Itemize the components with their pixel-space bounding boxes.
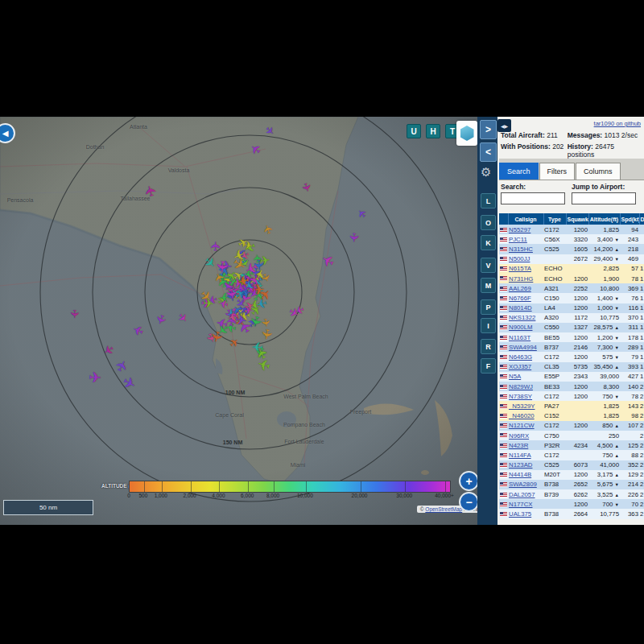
callsign-cell[interactable]: N500JJ bbox=[508, 254, 543, 264]
aircraft-row-N5329Y[interactable]: _N5329YPA271,8251432 bbox=[499, 401, 644, 411]
settings-gear-icon[interactable]: ⚙ bbox=[481, 165, 491, 180]
layer-button-p[interactable]: P bbox=[481, 299, 496, 315]
layer-button-k[interactable]: K bbox=[481, 235, 496, 250]
aircraft-row-N615TA[interactable]: N615TAECHO2,825571 bbox=[499, 264, 644, 274]
aircraft-row-N8014D[interactable]: N8014DLA412001,000 ▼1161 bbox=[499, 303, 644, 313]
tab-columns[interactable]: Columns bbox=[576, 163, 621, 180]
callsign-cell[interactable]: _N46020 bbox=[508, 411, 543, 421]
callsign-cell[interactable]: N177CX bbox=[508, 499, 543, 509]
callsign-cell[interactable]: SWA2809 bbox=[508, 480, 543, 489]
callsign-cell[interactable]: AAL269 bbox=[508, 283, 543, 293]
aircraft-row-AAL269[interactable]: AAL269A321225210,8003691 bbox=[499, 283, 644, 293]
callsign-cell[interactable]: XOJ357 bbox=[508, 362, 543, 372]
callsign-cell[interactable]: UAL375 bbox=[508, 509, 543, 518]
aircraft-row-SWA4994[interactable]: SWA4994B73721467,300 ▼2891 bbox=[499, 342, 644, 352]
panel-expand-button[interactable]: > bbox=[480, 120, 497, 139]
aircraft-row-N121CW[interactable]: N121CWC1721200850 ▲1072 bbox=[499, 421, 644, 431]
callsign-cell[interactable]: N123AD bbox=[508, 460, 543, 470]
aircraft-icon[interactable]: ✈ bbox=[89, 370, 101, 386]
layer-button-m[interactable]: M bbox=[481, 278, 496, 293]
col-callsign[interactable]: Callsign bbox=[508, 213, 543, 225]
aircraft-row-XOJ357[interactable]: XOJ357CL35573535,450 ▲3931 bbox=[499, 362, 644, 372]
callsign-cell[interactable]: PJC11 bbox=[508, 234, 543, 244]
col-squawk[interactable]: Squawk bbox=[566, 213, 588, 225]
callsign-cell[interactable]: N55297 bbox=[508, 225, 543, 234]
aircraft-icon[interactable]: ✈ bbox=[348, 232, 360, 242]
callsign-cell[interactable]: N5A bbox=[508, 372, 543, 382]
callsign-cell[interactable]: N738SY bbox=[508, 391, 543, 401]
zoom-out-button[interactable]: − bbox=[459, 492, 479, 512]
callsign-cell[interactable]: N4414B bbox=[508, 470, 543, 480]
aircraft-row-NKS1322[interactable]: NKS1322A320117210,7753701 bbox=[499, 313, 644, 323]
aircraft-row-N123AD[interactable]: N123ADC525607341,0003522 bbox=[499, 460, 644, 470]
aircraft-row-UAL375[interactable]: UAL375B738266410,7753632 bbox=[499, 509, 644, 518]
col-type[interactable]: Type bbox=[543, 213, 566, 225]
aircraft-row-N177CX[interactable]: N177CX1200700 ▼702 bbox=[499, 499, 644, 509]
callsign-cell[interactable]: _N5329Y bbox=[508, 401, 543, 411]
jump-to-airport-input[interactable] bbox=[572, 192, 636, 204]
repo-link[interactable]: tar1090 on github bbox=[594, 120, 641, 127]
aircraft-row-N6766F[interactable]: N6766FC15012001,400 ▼761 bbox=[499, 293, 644, 303]
aircraft-row-N731HG[interactable]: N731HGECHO12001,900781 bbox=[499, 274, 644, 283]
callsign-cell[interactable]: N8014D bbox=[508, 303, 543, 313]
layer-button-f[interactable]: F bbox=[481, 358, 496, 374]
callsign-cell[interactable]: N731HG bbox=[508, 274, 543, 283]
tab-search[interactable]: Search bbox=[499, 163, 539, 180]
callsign-cell[interactable]: N829WJ bbox=[508, 382, 543, 391]
aircraft-row-N900LM[interactable]: N900LMC550132728,575 ▲3111 bbox=[499, 323, 644, 332]
aircraft-row-N1163T[interactable]: N1163TBE5512001,200 ▼1781 bbox=[499, 332, 644, 342]
panel-collapse-button[interactable]: < bbox=[480, 142, 497, 162]
tab-filters[interactable]: Filters bbox=[539, 163, 576, 180]
aircraft-row-N4414B[interactable]: N4414BM20T12003,175 ▲1292 bbox=[499, 470, 644, 480]
aircraft-icon[interactable]: ✈ bbox=[68, 309, 80, 319]
callsign-cell[interactable]: DAL2057 bbox=[508, 489, 543, 499]
aircraft-row-N829WJ[interactable]: N829WJBE3312008,3001402 bbox=[499, 382, 644, 391]
type-cell bbox=[543, 254, 566, 264]
icon-style-button[interactable] bbox=[456, 121, 477, 146]
panel-arrows-button[interactable]: ◀▶ bbox=[497, 119, 511, 132]
layer-button-o[interactable]: O bbox=[481, 215, 496, 230]
aircraft-icon[interactable]: ✈ bbox=[210, 241, 223, 251]
aircraft-row-N114FA[interactable]: N114FAC172750 ▲882 bbox=[499, 450, 644, 460]
aircraft-row-N315HC[interactable]: N315HCC525160514,200 ▲218 bbox=[499, 244, 644, 254]
distance-cell: 1 bbox=[639, 323, 644, 332]
map-button-u[interactable]: U bbox=[407, 124, 421, 138]
col-altitude[interactable]: Altitude(ft) bbox=[588, 213, 620, 225]
aircraft-icon[interactable]: ✈ bbox=[213, 260, 229, 274]
aircraft-row-N5A[interactable]: N5AE55P234339,0004271 bbox=[499, 372, 644, 382]
map-canvas[interactable]: AtlantaDothanValdostaPensacolaTallahasse… bbox=[0, 117, 497, 525]
layer-button-v[interactable]: V bbox=[481, 258, 496, 273]
aircraft-row-N46020[interactable]: _N46020C1521,825982 bbox=[499, 411, 644, 421]
aircraft-row-PJC11[interactable]: PJC11C56X33203,400 ▼243 bbox=[499, 234, 644, 244]
aircraft-row-N738SY[interactable]: N738SYC1721200750 ▼782 bbox=[499, 391, 644, 401]
callsign-cell[interactable]: N6463G bbox=[508, 352, 543, 361]
openstreetmap-link[interactable]: OpenStreetMap bbox=[425, 506, 462, 512]
callsign-cell[interactable]: NKS1322 bbox=[508, 313, 543, 323]
map-button-h[interactable]: H bbox=[426, 124, 440, 138]
callsign-cell[interactable]: SWA4994 bbox=[508, 342, 543, 352]
layer-button-l[interactable]: L bbox=[481, 193, 496, 208]
callsign-cell[interactable]: N114FA bbox=[508, 450, 543, 460]
callsign-cell[interactable]: N6766F bbox=[508, 293, 543, 303]
callsign-cell[interactable]: N423R bbox=[508, 440, 543, 450]
col-speed[interactable]: Spd(kt) bbox=[620, 213, 639, 225]
aircraft-icon[interactable]: ✈ bbox=[223, 287, 238, 300]
callsign-cell[interactable]: N96RX bbox=[508, 431, 543, 440]
col-distance[interactable]: Dist.(NM) bbox=[639, 213, 644, 225]
aircraft-row-N96RX[interactable]: N96RXC7502502 bbox=[499, 431, 644, 440]
callsign-cell[interactable]: N315HC bbox=[508, 244, 543, 254]
aircraft-row-N423R[interactable]: N423RP32R42344,500 ▲1252 bbox=[499, 440, 644, 450]
aircraft-row-N500JJ[interactable]: N500JJ267229,400 ▼469 bbox=[499, 254, 644, 264]
aircraft-row-SWA2809[interactable]: SWA2809B73826525,675 ▼2142 bbox=[499, 480, 644, 489]
aircraft-row-N6463G[interactable]: N6463GC1721200575 ▼791 bbox=[499, 352, 644, 361]
aircraft-row-N55297[interactable]: N55297C17212001,82594 bbox=[499, 225, 644, 234]
layer-button-r[interactable]: R bbox=[481, 339, 496, 354]
zoom-in-button[interactable]: + bbox=[459, 471, 479, 491]
layer-button-i[interactable]: I bbox=[481, 318, 496, 333]
callsign-cell[interactable]: N615TA bbox=[508, 264, 543, 274]
aircraft-row-DAL2057[interactable]: DAL2057B73962623,525 ▲2262 bbox=[499, 489, 644, 499]
callsign-cell[interactable]: N900LM bbox=[508, 323, 543, 332]
callsign-cell[interactable]: N1163T bbox=[508, 332, 543, 342]
callsign-cell[interactable]: N121CW bbox=[508, 421, 543, 431]
search-input[interactable] bbox=[501, 192, 565, 204]
